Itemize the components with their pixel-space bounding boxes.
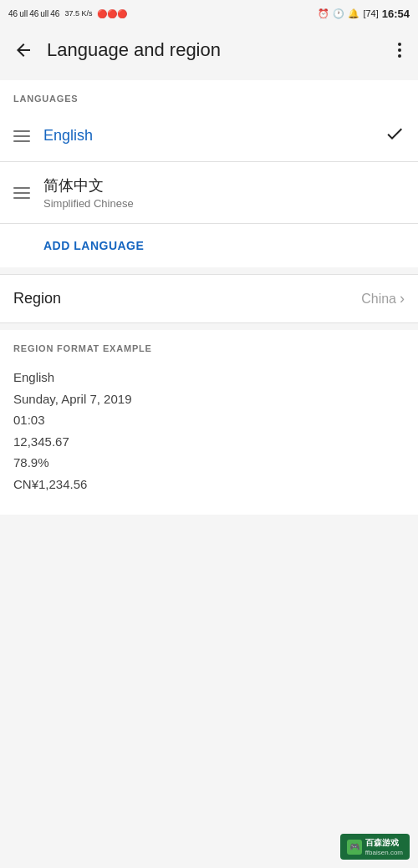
silent-icon: 🔔: [348, 8, 359, 19]
format-line-percent: 78.9%: [13, 452, 405, 474]
status-bar: 46 ull 46 ull 46 37.5 K/s 🔴🔴🔴 ⏰ 🕐 🔔 [74]…: [0, 0, 418, 27]
more-options-button[interactable]: [395, 39, 405, 61]
drag-handle-english[interactable]: [13, 130, 30, 142]
format-line-language: English: [13, 367, 405, 388]
dot2: [398, 48, 401, 52]
drag-line4: [13, 187, 30, 189]
data-speed: 37.5 K/s: [64, 9, 92, 18]
add-language-button[interactable]: ADD LANGUAGE: [0, 224, 418, 267]
signal-sep: ull: [19, 9, 28, 18]
battery-indicator: [74]: [363, 8, 378, 18]
region-value: China ›: [361, 290, 405, 307]
time: 16:54: [382, 8, 410, 20]
region-format-content: English Sunday, April 7, 2019 01:03 12,3…: [0, 360, 418, 515]
status-right: ⏰ 🕐 🔔 [74] 16:54: [318, 8, 410, 20]
drag-line2: [13, 135, 30, 137]
format-line-time: 01:03: [13, 409, 405, 431]
languages-header: LANGUAGES: [0, 80, 418, 110]
region-country: China: [361, 292, 396, 307]
status-left: 46 ull 46 ull 46 37.5 K/s 🔴🔴🔴: [8, 9, 127, 18]
format-line-currency: CN¥1,234.56: [13, 474, 405, 495]
dot3: [398, 54, 401, 58]
region-row[interactable]: Region China ›: [0, 275, 418, 322]
app-bar: Language and region: [0, 27, 418, 74]
drag-line6: [13, 197, 30, 199]
language-info-chinese: 简体中文 Simplified Chinese: [43, 175, 134, 210]
chevron-right-icon: ›: [400, 290, 405, 307]
language-translated-chinese: Simplified Chinese: [43, 197, 134, 210]
watermark: 🎮 百森游戏 ffbaisen.com: [340, 834, 410, 860]
format-line-date: Sunday, April 7, 2019: [13, 388, 405, 410]
watermark-text: 百森游戏 ffbaisen.com: [365, 837, 403, 856]
drag-line5: [13, 192, 30, 194]
format-line-number: 12,345.67: [13, 431, 405, 453]
language-item-chinese[interactable]: 简体中文 Simplified Chinese: [0, 162, 418, 224]
watermark-icon: 🎮: [347, 840, 362, 855]
back-button[interactable]: [13, 40, 33, 60]
languages-section: LANGUAGES English 简体中文 Simplified Chines…: [0, 80, 418, 267]
region-format-header: REGION FORMAT EXAMPLE: [0, 330, 418, 360]
dot1: [398, 43, 401, 46]
language-item-english[interactable]: English: [0, 110, 418, 162]
checkmark-english: [385, 124, 405, 148]
signal-text3: 46: [50, 9, 59, 18]
notification-icons: 🔴🔴🔴: [97, 9, 127, 18]
region-format-section: REGION FORMAT EXAMPLE English Sunday, Ap…: [0, 330, 418, 515]
signal-text: 46: [8, 9, 18, 18]
signal-text2: 46: [29, 9, 38, 18]
drag-line3: [13, 140, 30, 142]
page-title: Language and region: [47, 39, 381, 61]
signal-sep2: ull: [40, 9, 48, 18]
region-section: Region China ›: [0, 274, 418, 323]
region-label: Region: [13, 290, 361, 307]
drag-handle-chinese[interactable]: [13, 187, 30, 199]
language-native-chinese: 简体中文: [43, 175, 134, 195]
drag-line1: [13, 130, 30, 132]
alarm-icon: ⏰: [318, 8, 329, 19]
language-name-english: English: [43, 127, 93, 145]
clock-icon: 🕐: [333, 8, 344, 19]
